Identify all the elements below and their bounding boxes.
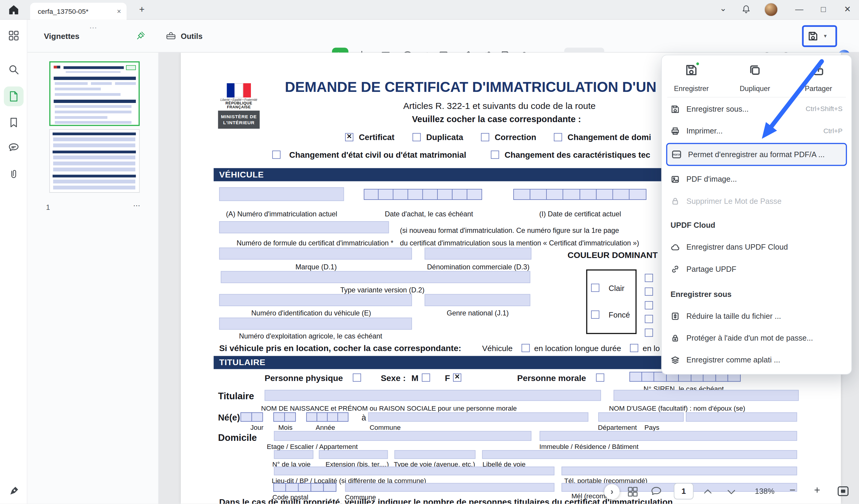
form-field[interactable] [598,412,683,422]
bell-icon[interactable] [741,4,752,16]
bookmark-icon[interactable] [8,117,20,129]
form-field[interactable] [561,467,797,475]
checkbox-duplicata[interactable] [412,133,421,141]
home-icon[interactable] [8,4,20,16]
form-field-jour[interactable] [241,412,263,422]
form-field[interactable] [219,221,389,233]
form-field[interactable] [540,431,797,441]
menu-item-imprimer[interactable]: Imprimer... Ctrl+P [666,120,847,142]
form-field[interactable] [221,271,530,283]
form-field-mois[interactable] [274,412,296,422]
checkbox-etat-civil[interactable] [272,151,280,158]
form-field-date[interactable] [514,189,646,200]
tab-close-icon[interactable]: × [117,7,121,15]
comments-icon[interactable] [8,142,20,154]
checkbox-certificat[interactable] [345,133,353,141]
checkbox-clair[interactable] [591,284,599,292]
tools-icon [166,31,177,42]
menu-dupliquer[interactable]: Dupliquer [731,61,779,94]
page-thumbnail-1[interactable] [49,61,140,126]
form-checkbox[interactable] [645,329,653,337]
form-field[interactable] [219,187,344,201]
form-field[interactable] [368,412,589,422]
ink-pen-icon[interactable] [8,484,21,497]
search-icon[interactable] [8,63,20,75]
panel-drag-handle-icon[interactable]: ⋯ [89,23,98,32]
form-field-code-postal[interactable] [274,483,336,492]
form-field[interactable] [425,247,531,259]
checkbox-location-longue[interactable] [522,344,530,352]
outils-label: Outils [181,32,203,41]
form-field[interactable] [274,431,531,441]
menu-item-pdf-image[interactable]: PDF d'image... [666,168,847,190]
menu-item-cloud-save[interactable]: Enregistrer dans UPDF Cloud [666,236,847,258]
zoom-out-button[interactable]: − [789,484,796,496]
form-checkbox[interactable] [645,315,653,323]
form-field[interactable] [482,450,797,459]
form-field[interactable] [425,294,530,306]
form-checkbox[interactable] [645,288,653,296]
grid-icon[interactable] [8,30,20,42]
checkbox-sexe-f[interactable] [453,373,461,382]
comments-view-icon[interactable] [650,485,663,498]
pin-icon[interactable] [136,31,146,41]
close-button[interactable]: ✕ [841,4,853,14]
menu-item-proteger[interactable]: Protéger à l'aide d'un mot de passe... [666,327,847,349]
avatar[interactable] [764,3,778,16]
outils-button[interactable]: Outils [166,31,203,42]
form-field-annee[interactable] [307,412,348,422]
form-field[interactable] [614,390,799,401]
form-checkbox[interactable] [630,344,638,352]
checkbox-fonce[interactable] [591,310,599,318]
form-checkbox[interactable] [645,274,653,282]
form-field[interactable] [219,247,412,259]
menu-item-reduire[interactable]: Réduire la taille du fichier ... [666,305,847,327]
new-tab-button[interactable]: + [136,4,148,16]
checkbox-correction[interactable] [481,133,489,141]
checkbox-caracteristiques[interactable] [491,151,499,158]
form-field[interactable] [274,467,555,475]
fit-page-icon[interactable] [836,484,850,498]
menu-item-aplati[interactable]: Enregistrer comme aplati ... [666,349,847,371]
form-field[interactable] [274,450,314,459]
checkbox-personne-physique[interactable] [353,373,361,382]
page-number-input[interactable]: 1 [674,483,694,500]
next-page-icon[interactable] [725,485,738,498]
form-checkbox[interactable] [645,301,653,309]
field-label: Numéro de formule du certificat d'immatr… [237,239,393,247]
checkbox-sexe-m[interactable] [422,373,430,382]
menu-partager[interactable]: Partager [794,61,843,94]
maximize-button[interactable]: □ [817,4,829,14]
menu-item-pdfa[interactable]: PDF/A Permet d'enregistrer au format PDF… [666,143,847,166]
form-field[interactable] [394,450,476,459]
previous-page-icon[interactable] [701,485,714,498]
checkbox-changement-domicile[interactable] [554,133,562,141]
menu-item-cloud-share[interactable]: Partage UPDF [666,258,847,280]
form-field[interactable] [345,483,555,492]
pages-icon[interactable] [8,90,20,102]
more-icon[interactable]: ⋯ [133,201,141,210]
document-tab[interactable]: cerfa_13750-05* × [30,3,127,20]
minimize-button[interactable]: — [793,4,805,14]
zoom-level[interactable]: 138% [755,487,774,495]
share-icon [812,63,825,77]
expand-statusbar-button[interactable]: › [604,484,619,499]
menu-enregistrer[interactable]: Enregistrer [667,61,715,94]
page-thumbnail-2[interactable] [49,129,140,193]
chevron-down-icon[interactable]: ⌄ [717,3,729,13]
form-field[interactable] [686,412,797,422]
form-field[interactable] [319,450,388,459]
form-field[interactable] [265,390,601,401]
menu-item-enregistrer-sous[interactable]: Enregistrer sous... Ctrl+Shift+S [666,98,847,120]
menu-item-label: Dupliquer [740,85,770,92]
form-field[interactable] [219,294,412,306]
form-field[interactable] [219,318,412,330]
attachments-icon[interactable] [8,168,20,180]
checkbox-label: Duplicata [426,133,464,142]
checkbox-personne-morale[interactable] [596,373,604,382]
form-field-date[interactable] [364,189,482,200]
zoom-in-button[interactable]: + [814,484,820,496]
checkbox-label: Correction [495,133,536,142]
thumbnails-view-icon[interactable] [626,485,639,498]
pdfa-icon: PDF/A [672,150,681,159]
